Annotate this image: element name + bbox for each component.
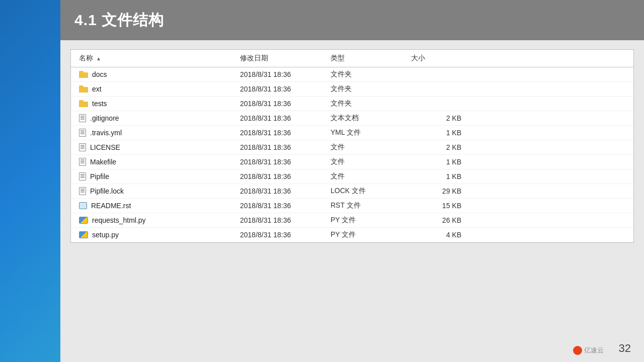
- file-name-text: requests_html.py: [92, 216, 146, 224]
- file-date: 2018/8/31 18:36: [240, 172, 331, 180]
- col-header-name[interactable]: 名称 ▲: [79, 54, 240, 63]
- py-icon: [79, 217, 88, 224]
- file-name: .travis.yml: [79, 129, 240, 137]
- file-name-text: Pipfile.lock: [90, 187, 124, 195]
- file-type: 文件: [331, 172, 411, 181]
- file-size: 2 KB: [411, 114, 461, 122]
- file-name-text: tests: [92, 100, 107, 108]
- file-type: 文本文档: [331, 114, 411, 123]
- table-row[interactable]: Makefile 2018/8/31 18:36 文件 1 KB: [71, 155, 633, 169]
- table-row[interactable]: setup.py 2018/8/31 18:36 PY 文件 4 KB: [71, 228, 633, 242]
- file-name-text: setup.py: [92, 231, 119, 239]
- table-row[interactable]: docs 2018/8/31 18:36 文件夹: [71, 67, 633, 82]
- file-name: LICENSE: [79, 143, 240, 151]
- file-date: 2018/8/31 18:36: [240, 100, 331, 108]
- file-name-text: README.rst: [91, 202, 131, 210]
- table-row[interactable]: requests_html.py 2018/8/31 18:36 PY 文件 2…: [71, 213, 633, 228]
- table-row[interactable]: Pipfile.lock 2018/8/31 18:36 LOCK 文件 29 …: [71, 184, 633, 199]
- file-icon: [79, 172, 86, 180]
- file-name: Pipfile.lock: [79, 187, 240, 195]
- folder-icon: [79, 85, 88, 93]
- table-row[interactable]: .travis.yml 2018/8/31 18:36 YML 文件 1 KB: [71, 126, 633, 140]
- file-icon: [79, 158, 86, 166]
- file-name: setup.py: [79, 231, 240, 239]
- py-icon: [79, 231, 88, 238]
- file-type: 文件: [331, 157, 411, 166]
- col-header-size[interactable]: 大小: [411, 54, 461, 63]
- file-panel: 名称 ▲ 修改日期 类型 大小 docs 2018/8/31 18:36 文件夹…: [70, 49, 634, 243]
- col-header-date[interactable]: 修改日期: [240, 54, 331, 63]
- page-number: 32: [619, 342, 631, 355]
- title-bar: 4.1 文件结构: [60, 0, 644, 40]
- file-date: 2018/8/31 18:36: [240, 231, 331, 239]
- file-list: docs 2018/8/31 18:36 文件夹 ext 2018/8/31 1…: [71, 67, 633, 242]
- file-size: 2 KB: [411, 143, 461, 151]
- table-row[interactable]: Pipfile 2018/8/31 18:36 文件 1 KB: [71, 169, 633, 184]
- file-date: 2018/8/31 18:36: [240, 70, 331, 78]
- file-name-text: .gitignore: [90, 114, 119, 122]
- file-date: 2018/8/31 18:36: [240, 187, 331, 195]
- brand-watermark: 亿速云: [573, 346, 604, 355]
- file-size: 1 KB: [411, 172, 461, 180]
- file-name-text: Pipfile: [90, 172, 109, 180]
- file-size: 1 KB: [411, 129, 461, 137]
- file-type: RST 文件: [331, 201, 411, 210]
- folder-icon: [79, 100, 88, 107]
- file-date: 2018/8/31 18:36: [240, 202, 331, 210]
- file-type: PY 文件: [331, 216, 411, 225]
- file-name-text: .travis.yml: [90, 129, 122, 137]
- page-title: 4.1 文件结构: [74, 10, 164, 31]
- file-name: tests: [79, 100, 240, 108]
- file-name-text: Makefile: [90, 158, 116, 166]
- file-name: requests_html.py: [79, 216, 240, 224]
- table-row[interactable]: tests 2018/8/31 18:36 文件夹: [71, 97, 633, 111]
- table-row[interactable]: ext 2018/8/31 18:36 文件夹: [71, 82, 633, 97]
- sort-arrow-icon: ▲: [96, 56, 101, 61]
- brand-icon: [573, 346, 582, 355]
- file-name: Pipfile: [79, 172, 240, 180]
- file-name: ext: [79, 85, 240, 93]
- file-date: 2018/8/31 18:36: [240, 143, 331, 151]
- file-type: 文件夹: [331, 99, 411, 108]
- file-date: 2018/8/31 18:36: [240, 158, 331, 166]
- file-date: 2018/8/31 18:36: [240, 129, 331, 137]
- file-size: 15 KB: [411, 202, 461, 210]
- table-row[interactable]: .gitignore 2018/8/31 18:36 文本文档 2 KB: [71, 111, 633, 126]
- file-type: LOCK 文件: [331, 187, 411, 196]
- file-name: docs: [79, 70, 240, 78]
- file-icon: [79, 187, 86, 195]
- file-name-text: ext: [92, 85, 102, 93]
- rst-icon: [79, 202, 87, 209]
- file-icon: [79, 129, 86, 137]
- file-size: 4 KB: [411, 231, 461, 239]
- file-name-text: LICENSE: [90, 143, 120, 151]
- file-icon: [79, 114, 86, 122]
- file-icon: [79, 143, 86, 151]
- file-name: README.rst: [79, 202, 240, 210]
- brand-text: 亿速云: [584, 346, 604, 355]
- file-name: .gitignore: [79, 114, 240, 122]
- file-type: PY 文件: [331, 230, 411, 239]
- file-size: 26 KB: [411, 216, 461, 224]
- file-type: YML 文件: [331, 128, 411, 137]
- file-date: 2018/8/31 18:36: [240, 85, 331, 93]
- file-size: 29 KB: [411, 187, 461, 195]
- file-type: 文件夹: [331, 84, 411, 94]
- file-name-text: docs: [92, 70, 107, 78]
- folder-icon: [79, 71, 88, 78]
- main-content: 4.1 文件结构 名称 ▲ 修改日期 类型 大小 docs 2018/8/31 …: [60, 0, 644, 362]
- sidebar-strip: [0, 0, 60, 362]
- table-row[interactable]: LICENSE 2018/8/31 18:36 文件 2 KB: [71, 140, 633, 155]
- file-type: 文件: [331, 143, 411, 152]
- file-date: 2018/8/31 18:36: [240, 216, 331, 224]
- file-type: 文件夹: [331, 70, 411, 79]
- table-row[interactable]: README.rst 2018/8/31 18:36 RST 文件 15 KB: [71, 199, 633, 213]
- col-header-type[interactable]: 类型: [331, 54, 411, 63]
- column-headers: 名称 ▲ 修改日期 类型 大小: [71, 50, 633, 67]
- file-date: 2018/8/31 18:36: [240, 114, 331, 122]
- file-name: Makefile: [79, 158, 240, 166]
- file-size: 1 KB: [411, 158, 461, 166]
